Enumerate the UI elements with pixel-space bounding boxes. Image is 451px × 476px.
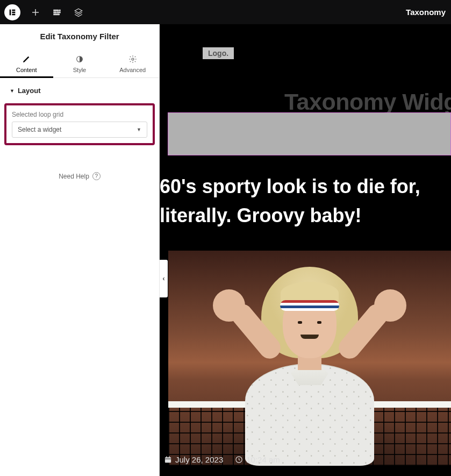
tab-style[interactable]: Style (53, 49, 106, 77)
sliders-icon (52, 8, 62, 17)
help-icon: ? (92, 172, 101, 180)
layers-icon (74, 8, 83, 17)
calendar-icon (164, 456, 172, 464)
topbar-left (0, 0, 94, 24)
main-layout: Edit Taxonomy Filter Content Style Advan… (0, 24, 451, 476)
section-layout-label: Layout (18, 87, 41, 95)
gear-icon (128, 55, 137, 63)
meta-time: 10:24 am (235, 455, 280, 464)
elementor-logo[interactable] (4, 4, 20, 20)
add-element-button[interactable] (25, 0, 46, 24)
logo-placeholder[interactable]: Logo. (203, 47, 234, 59)
article-image (168, 251, 451, 466)
article: 60's sporty look is to die for, literall… (160, 172, 451, 246)
editor-sidebar: Edit Taxonomy Filter Content Style Advan… (0, 24, 160, 476)
svg-point-5 (55, 11, 56, 13)
svg-rect-3 (12, 13, 15, 15)
select-placeholder: Select a widget (18, 126, 61, 133)
editor-tabs: Content Style Advanced (0, 49, 159, 78)
svg-rect-9 (165, 457, 171, 463)
svg-point-4 (58, 9, 59, 11)
structure-button[interactable] (68, 0, 89, 24)
highlighted-field-box: Selected loop grid Select a widget ▼ (4, 103, 155, 145)
caret-down-icon: ▼ (10, 88, 15, 94)
tab-advanced-label: Advanced (119, 67, 146, 73)
svg-rect-12 (169, 456, 169, 458)
meta-date-value: July 26, 2023 (175, 455, 223, 464)
clock-icon (235, 456, 243, 464)
contrast-icon (75, 55, 84, 63)
panel-collapse-handle[interactable]: ‹ (160, 260, 168, 297)
tab-style-label: Style (73, 67, 86, 73)
svg-rect-10 (165, 459, 171, 459)
need-help-link[interactable]: Need Help ? (0, 172, 159, 180)
svg-rect-0 (10, 9, 11, 15)
tab-content-label: Content (16, 67, 37, 73)
plus-icon (31, 8, 40, 17)
article-meta: July 26, 2023 10:24 am (164, 455, 280, 464)
svg-point-8 (132, 58, 134, 60)
elementor-icon (8, 8, 17, 17)
svg-rect-2 (12, 11, 15, 13)
site-settings-button[interactable] (46, 0, 68, 24)
page-heading: Taxonomy Widge (284, 89, 451, 115)
top-bar: Taxonomy (0, 0, 451, 24)
pencil-icon (22, 55, 31, 63)
preview-canvas: Logo. Taxonomy Widge 60's sporty look is… (160, 24, 451, 476)
meta-time-value: 10:24 am (246, 455, 280, 464)
svg-point-6 (58, 13, 60, 15)
panel-title: Edit Taxonomy Filter (0, 24, 159, 49)
svg-rect-11 (166, 456, 167, 458)
svg-rect-1 (12, 9, 15, 11)
tab-content[interactable]: Content (0, 49, 53, 77)
document-title: Taxonomy (406, 8, 451, 17)
section-layout-header[interactable]: ▼ Layout (0, 78, 159, 100)
caret-down-icon: ▼ (137, 127, 141, 132)
tab-advanced[interactable]: Advanced (106, 49, 159, 77)
article-title: 60's sporty look is to die for, literall… (160, 172, 451, 246)
field-label-selected-loop-grid: Selected loop grid (12, 111, 147, 118)
taxonomy-filter-widget[interactable] (168, 112, 451, 155)
select-widget-dropdown[interactable]: Select a widget ▼ (12, 122, 147, 138)
need-help-label: Need Help (59, 173, 89, 180)
meta-date: July 26, 2023 (164, 455, 223, 464)
